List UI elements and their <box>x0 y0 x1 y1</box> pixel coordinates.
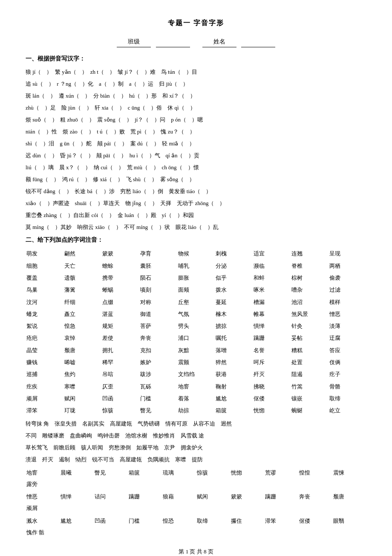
word-item: 仄歪 <box>101 381 139 392</box>
page-title: 专题一 字音字形 <box>26 17 366 29</box>
word-item: 槽漏 <box>253 296 291 308</box>
word-item: 矗立 <box>63 308 101 320</box>
word-item: 濒临 <box>253 260 291 272</box>
word-item: 震悚 <box>332 467 366 478</box>
word-item: 橼木 <box>215 308 253 320</box>
word-item: 诘问 <box>94 491 128 502</box>
word-item: 对称 <box>139 296 177 308</box>
word-item: 赚钱 <box>26 356 63 368</box>
word-item: 瞥见 <box>139 405 177 416</box>
page-footer: 第 1 页 共 8 页 <box>26 547 366 556</box>
pinyin-line-10: 额 fūng（ ） 鸿 rú（ ） 修 xiá（ ） 飞 shù（ ） 雾 sǒ… <box>26 174 366 185</box>
word-item: 惶急 <box>63 320 101 332</box>
word-item: 露旁 <box>26 478 60 490</box>
word-item: 答应 <box>329 345 366 356</box>
words-row-3: 覆盖 遗骸 携带 陨石 膨胀 似乎 和蚌 棕树 偷袭 <box>26 272 366 284</box>
word-item: 迂腐 <box>329 332 366 344</box>
word-item: 地窨 <box>26 467 60 478</box>
word-item: 滞笨 <box>26 405 63 416</box>
word-item: 模样 <box>329 296 366 308</box>
final-row-2: 憎恶 惧惮 诘问 蹒跚 狼藉 赋闲 簌簌 蹒跚 奔丧 颓唐 顽屑 <box>26 491 366 514</box>
word-item: 荒谬 <box>264 467 298 478</box>
word-item: 拨水 <box>215 284 253 295</box>
word-item: 顷刻 <box>139 284 177 295</box>
word-item: 纤细 <box>63 296 101 308</box>
word-item: 蹒跚 <box>253 332 291 344</box>
word-item: 啄米 <box>253 284 291 295</box>
word-item: 呵斥 <box>253 356 291 368</box>
word-item: 地窨 <box>177 381 215 392</box>
words-row-5: 汶河 纤细 点缀 对称 丘壑 蔓延 槽漏 池沼 模样 <box>26 296 366 308</box>
word-item: 蜥蜴 <box>101 284 139 295</box>
word-item: 疙疾 <box>26 381 63 392</box>
word-item: 分泌 <box>215 260 253 272</box>
word-item: 菩萨 <box>139 320 177 332</box>
words-row-9: 晶莹 颓唐 拥扎 克扣 灰黯 落噌 名誉 糟糕 答应 <box>26 345 366 356</box>
word-item: 获港 <box>215 368 253 380</box>
word-item: 物候 <box>177 248 215 259</box>
pinyin-line-9: liú（ ）璃 晨 x？（ ） 纳 cuì（ ） 荒 miù（ ） ch ōng… <box>26 162 366 173</box>
word-item: 连翘 <box>291 248 329 259</box>
word-item: 蹒跚 <box>264 491 298 502</box>
word-item: 溅水 <box>26 515 60 527</box>
word-item: 取缔 <box>329 393 366 404</box>
word-item: 取缔 <box>196 515 230 527</box>
word-item: 湛蓝 <box>101 308 139 320</box>
word-item: 惊骇 <box>101 405 139 416</box>
word-item: 妥帖 <box>291 332 329 344</box>
pinyin-line-3: 斑 lán（ ） 遵 xún（ ） 分 biàn（ ） hú（ ）形 和 xí？… <box>26 90 366 101</box>
word-item: 攥住 <box>230 515 264 527</box>
word-item: 歼灭 <box>253 368 291 380</box>
word-item: 淡薄 <box>329 320 366 332</box>
word-item: 絮说 <box>26 320 63 332</box>
word-item: 蜿蜒 <box>291 405 329 416</box>
word-item: 蟠龙 <box>26 308 63 320</box>
words-row-12: 疙疾 寒噤 仄歪 瓦砾 地窨 鞠射 拂晓 竹篙 骨骼 <box>26 381 366 392</box>
word-item: 颓唐 <box>332 491 366 502</box>
class-blank <box>156 36 190 47</box>
name-blank <box>241 36 275 47</box>
pinyin-line-5: 烦 suǒ（ ） 粗 zhuō（ ） 震 sǒng（ ） jí？（ ）问 p ó… <box>26 114 366 125</box>
word-item: 针灸 <box>291 320 329 332</box>
word-item: 惧惮 <box>253 320 291 332</box>
final-row-1: 地窨 晨曦 瞥见 箱篋 琉璃 惊骇 恍惚 荒谬 惶惶 震悚 露旁 <box>26 467 366 490</box>
word-item: 奔丧 <box>298 491 332 502</box>
word-item: 骨骼 <box>329 381 366 392</box>
pinyin-content: 狼 jí（ ） 繁 yǎn（ ） zh t（ ） 皱 jí？（ ）难 鸟 tún… <box>26 67 366 233</box>
word-item: 膨胀 <box>177 272 215 284</box>
word-item: 御道 <box>139 308 177 320</box>
word-item: 天亡 <box>63 260 101 272</box>
word-item: 刺槐 <box>215 248 253 259</box>
idiom-line-3: 草长莺飞 前瞻后顾 骇人听闻 穷愁潦倒 如履平地 京尹 拥衾炉火 <box>26 442 366 453</box>
word-item: 惧惮 <box>60 491 94 502</box>
word-item: 恍惚 <box>253 405 291 416</box>
word-item: 嫉妒 <box>139 356 177 368</box>
pinyin-line-8: 迟 dùn（ ） 昏 jú？（ ） 颠 pāi（ ） hu ì（ ）气 qí ǎ… <box>26 150 366 161</box>
word-item: 唏嘘 <box>63 356 101 368</box>
words-row-11: 巡捕 焦灼 吊唁 跋涉 文绉绉 获港 歼灭 阻遏 疙子 <box>26 368 366 380</box>
word-item: 帷幕 <box>253 308 291 320</box>
word-item: 拥扎 <box>101 345 139 356</box>
word-item: 顽屑 <box>26 502 60 514</box>
word-item: 恍惚 <box>230 467 264 478</box>
word-item: 箱篋 <box>215 405 253 416</box>
word-item: 蹒跚 <box>128 491 162 502</box>
words-row-8: 疮疤 哀悼 差使 奔丧 浦口 嘱托 蹒跚 妥帖 迂腐 <box>26 332 366 344</box>
word-item: 棕树 <box>291 272 329 284</box>
name-label: 姓名 <box>202 36 236 47</box>
word-item: 丘壑 <box>177 296 215 308</box>
word-item: 疮疤 <box>26 332 63 344</box>
word-item: 着落 <box>177 393 215 404</box>
word-item: 凹函 <box>101 393 139 404</box>
word-item: 鸟巢 <box>26 284 63 295</box>
pinyin-line-4: zhù（ ）足 险 jùn（ ） 轩 xia（ ） c ūng（ ）俗 休 qì… <box>26 102 366 113</box>
words-row-13: 顽屑 赋闲 凹函 门槛 着落 尴尬 伛偻 镶嵌 取缔 <box>26 393 366 404</box>
word-item: 嘈杂 <box>291 284 329 295</box>
pinyin-line-11: 锐不可 dǎng（ ） 长途 bá（ ）涉 穷愁 liáo（ ）倒 黄发垂 ti… <box>26 186 366 197</box>
word-item: 嘱托 <box>215 332 253 344</box>
word-item: 携带 <box>101 272 139 284</box>
word-item: 赋闲 <box>63 393 101 404</box>
pinyin-line-7: shì（ ）泪 g ūn（ ）舵 颠 pái（ ） 案 dú（ ） 轻 miǎ（… <box>26 138 366 149</box>
word-item: 晨曦 <box>60 467 94 478</box>
word-item: 吊唁 <box>101 368 139 380</box>
